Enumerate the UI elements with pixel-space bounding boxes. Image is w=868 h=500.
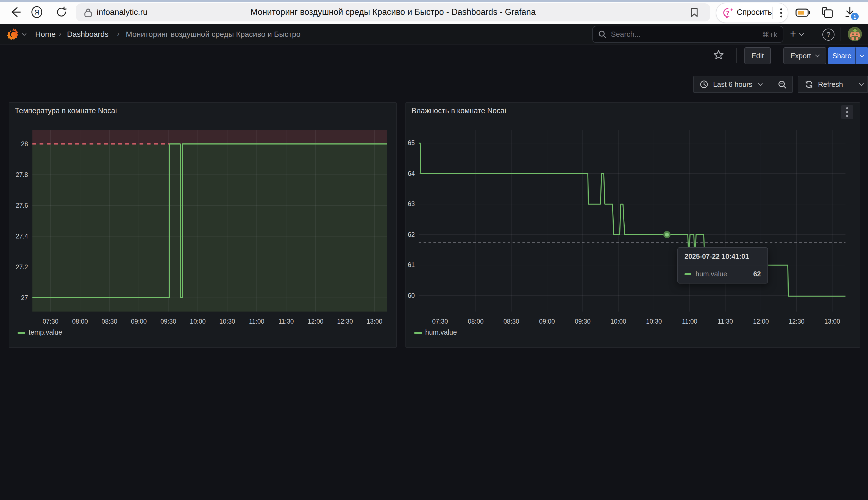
hum-xtick: 12:30 [785, 318, 809, 325]
hum-xtick: 11:00 [678, 318, 702, 325]
browser-address-bar[interactable]: infoanalytic.ru Мониторинг воздушной сре… [76, 3, 710, 21]
hover-point-marker [664, 232, 670, 237]
temp-ytick: 27 [12, 294, 28, 302]
temp-ytick: 27.8 [12, 171, 28, 179]
temp-ytick: 27.4 [12, 232, 28, 240]
hum-xtick: 09:30 [571, 318, 595, 325]
browser-yandex-button[interactable]: Я [30, 5, 43, 19]
new-menu-chevron-icon [799, 31, 804, 36]
svg-text:?: ? [726, 10, 730, 16]
time-range-picker[interactable]: Last 6 hours [693, 76, 773, 93]
temp-ytick: 27.2 [12, 263, 28, 271]
hum-ytick: 64 [398, 170, 415, 178]
refresh-dashboard-button[interactable]: Refresh [798, 76, 856, 93]
edit-button[interactable]: Edit [744, 47, 771, 64]
time-zoom-out-button[interactable] [772, 76, 793, 93]
tooltip-series-value: 62 [753, 270, 761, 278]
hum-ytick: 63 [398, 200, 415, 208]
breadcrumb-home[interactable]: Home [35, 30, 56, 38]
panel-temperature[interactable]: Температура в комнате Nocai 28 27.8 27.6… [9, 102, 397, 348]
time-range-label: Last 6 hours [713, 80, 752, 89]
ask-pill-divider [773, 7, 773, 19]
temp-ytick: 28 [12, 140, 28, 148]
panel-humidity[interactable]: Влажность в комнате Nocai 65 64 63 62 61… [406, 102, 860, 348]
ask-chat-icon: ? [722, 7, 734, 19]
temp-legend-label[interactable]: temp.value [28, 329, 62, 336]
breadcrumb-separator: › [59, 29, 61, 38]
tab-title: Мониторинг воздушной среды Красиво и Быс… [76, 7, 710, 17]
share-chevron-icon [860, 53, 865, 57]
back-arrow-icon [9, 5, 22, 19]
bookmark-icon[interactable] [689, 7, 699, 18]
battery-icon[interactable] [796, 8, 811, 18]
browser-downloads-button[interactable]: 1 [844, 5, 859, 21]
tooltip-timestamp: 2025-07-22 10:41:01 [678, 248, 767, 265]
new-menu-button[interactable]: + [790, 27, 810, 41]
user-avatar[interactable] [848, 27, 862, 41]
temp-xtick: 09:00 [127, 318, 151, 325]
search-input[interactable]: Search... ⌘+k [592, 26, 784, 43]
clock-icon [700, 80, 708, 89]
temp-xtick: 10:30 [215, 318, 239, 325]
temp-xtick: 11:00 [244, 318, 269, 325]
help-button[interactable]: ? [822, 29, 834, 41]
grafana-logo-icon [7, 27, 20, 41]
hum-ytick: 65 [398, 139, 415, 147]
hum-legend-marker [414, 332, 422, 334]
tooltip-series-marker [685, 273, 691, 275]
temperature-chart[interactable] [9, 103, 396, 347]
tooltip-series-label: hum.value [696, 270, 727, 278]
breadcrumb-separator-2: › [117, 29, 119, 38]
temp-xtick: 10:00 [186, 318, 210, 325]
export-button[interactable]: Export [784, 47, 826, 64]
actions-divider [736, 48, 737, 62]
download-count-badge: 1 [851, 13, 859, 20]
yandex-icon: Я [30, 5, 43, 19]
hum-ytick: 60 [398, 292, 415, 299]
browser-ask-pill[interactable]: ? Спросить [716, 3, 788, 23]
org-switcher-chevron-icon[interactable] [22, 31, 27, 36]
cards-icon[interactable] [821, 6, 834, 20]
avatar-image [848, 27, 862, 41]
refresh-interval-button[interactable] [855, 76, 868, 93]
hum-xtick: 10:00 [606, 318, 630, 325]
temp-xtick: 08:00 [68, 318, 92, 325]
ask-label: Спросить [737, 8, 772, 16]
plus-icon: + [790, 27, 796, 41]
temp-xtick: 09:30 [156, 318, 181, 325]
hum-xtick: 13:00 [820, 318, 844, 325]
refresh-icon [55, 5, 68, 19]
zoom-out-icon [778, 80, 786, 89]
browser-back-button[interactable] [9, 5, 22, 19]
hum-xtick: 07:30 [428, 318, 452, 325]
hum-xtick: 09:00 [535, 318, 559, 325]
temp-legend-marker [18, 332, 25, 334]
temp-ytick: 27.6 [12, 202, 28, 209]
refresh-label: Refresh [818, 80, 843, 89]
nav-divider-2 [841, 27, 841, 41]
temp-xtick: 12:00 [304, 318, 328, 325]
browser-refresh-button[interactable] [55, 5, 68, 19]
svg-text:Я: Я [34, 9, 39, 16]
breadcrumb-dashboards[interactable]: Dashboards [67, 30, 108, 38]
hum-legend-label[interactable]: hum.value [425, 329, 457, 336]
actions-divider-2 [776, 48, 776, 62]
share-button[interactable]: Share [828, 47, 856, 64]
hum-xtick: 08:30 [499, 318, 524, 325]
breadcrumb-current: Мониторинг воздушной среды Красиво и Быс… [126, 30, 300, 38]
favorite-star-icon[interactable] [713, 49, 724, 60]
search-placeholder: Search... [611, 30, 641, 38]
help-question-icon: ? [826, 31, 830, 38]
share-menu-button[interactable] [855, 47, 868, 64]
search-icon [598, 30, 606, 38]
temp-xtick: 12:30 [333, 318, 357, 325]
temp-xtick: 13:00 [362, 318, 387, 325]
browser-toolbar: Я infoanalytic.ru Мониторинг воздушной с… [0, 2, 868, 25]
hum-xtick: 10:30 [642, 318, 666, 325]
export-chevron-icon [815, 53, 820, 57]
temp-xtick: 08:30 [97, 318, 122, 325]
ask-menu-kebab-icon[interactable] [777, 8, 785, 18]
grafana-logo-menu[interactable] [7, 27, 20, 41]
refresh-cycle-icon [805, 80, 813, 89]
humidity-chart[interactable] [406, 103, 860, 347]
